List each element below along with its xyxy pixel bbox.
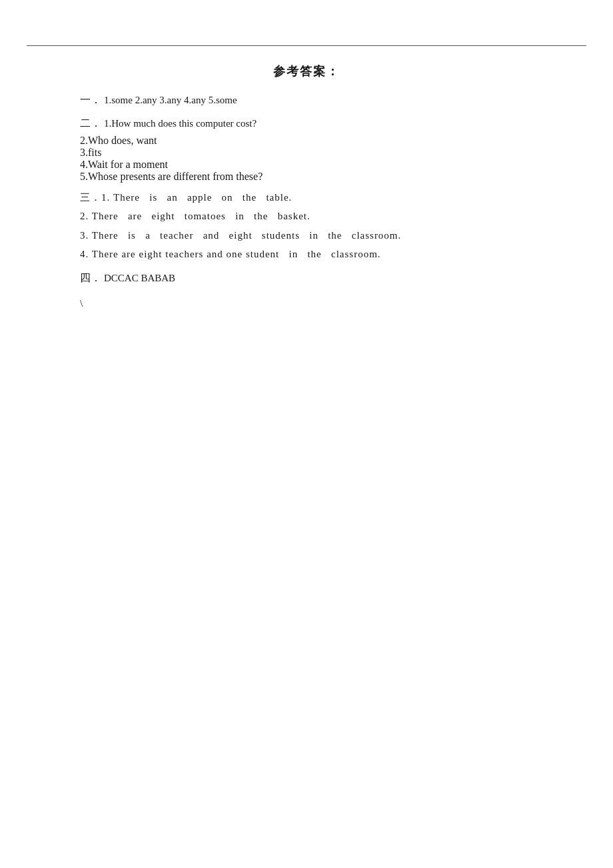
part3-label: 三． (80, 192, 101, 203)
part3-line-1: 三．1. There is an apple on the table. (80, 188, 573, 207)
part2-line-5: 5.Whose presents are different from thes… (80, 171, 573, 183)
part3-line-2: 2. There are eight tomatoes in the baske… (80, 207, 573, 226)
backslash-mark: \ (80, 295, 573, 313)
part2-line-2: 2.Who does, want (80, 135, 573, 147)
part3-content-1: 1. There is an apple on the table. (101, 192, 292, 203)
top-divider (27, 45, 586, 46)
section-part1: 一． 1.some 2.any 3.any 4.any 5.some (80, 91, 573, 109)
content-area: 一． 1.some 2.any 3.any 4.any 5.some 二． 1.… (0, 91, 613, 313)
part4-content: DCCAC BABAB (104, 273, 175, 283)
part2-line-3: 3.fits (80, 147, 573, 159)
section-part3: 三．1. There is an apple on the table. 2. … (80, 188, 573, 264)
part2-line-1: 1.How much does this computer cost? (104, 118, 257, 129)
part1-content: 1.some 2.any 3.any 4.any 5.some (104, 95, 237, 105)
part4-label: 四． (80, 272, 101, 283)
part3-line-3: 3. There is a teacher and eight students… (80, 226, 573, 245)
part2-block: 二． 1.How much does this computer cost? (80, 115, 573, 133)
section-part2: 二． 1.How much does this computer cost? 2… (80, 115, 573, 183)
part3-line-4: 4. There are eight teachers and one stud… (80, 245, 573, 264)
part1-label: 一． 1.some 2.any 3.any 4.any 5.some (80, 94, 237, 105)
section-part4: 四． DCCAC BABAB (80, 269, 573, 288)
part1-chinese-label: 一． (80, 94, 101, 105)
part2-label: 二． (80, 117, 101, 129)
page-title: 参考答案： (0, 63, 613, 79)
part2-line-4: 4.Wait for a moment (80, 159, 573, 171)
